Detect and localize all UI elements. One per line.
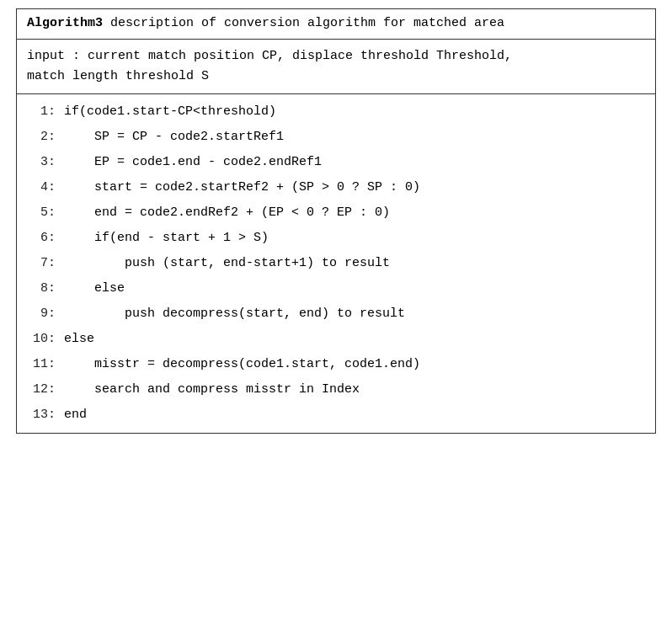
line-number: 3:	[17, 152, 61, 173]
algorithm-body: 1:if(code1.start-CP<threshold)2: SP = CP…	[17, 94, 655, 433]
line-content: push decompress(start, end) to result	[61, 304, 655, 324]
algorithm-title-suffix: description of conversion algorithm for …	[103, 16, 504, 30]
algo-line: 9: push decompress(start, end) to result	[17, 301, 655, 327]
algo-line: 13:end	[17, 402, 655, 428]
line-number: 2:	[17, 127, 61, 147]
algo-line: 8: else	[17, 276, 655, 301]
line-number: 11:	[17, 354, 61, 375]
input-label: input :	[27, 49, 80, 63]
line-content: search and compress misstr in Index	[61, 380, 655, 400]
line-content: end = code2.endRef2 + (EP < 0 ? EP : 0)	[61, 203, 655, 223]
line-number: 4:	[17, 178, 61, 198]
algo-line: 5: end = code2.endRef2 + (EP < 0 ? EP : …	[17, 200, 655, 226]
line-content: if(end - start + 1 > S)	[61, 228, 655, 248]
algo-line: 4: start = code2.startRef2 + (SP > 0 ? S…	[17, 175, 655, 200]
algorithm-input: input : current match position CP, displ…	[17, 40, 655, 94]
algo-line: 3: EP = code1.end - code2.endRef1	[17, 150, 655, 175]
line-number: 12:	[17, 380, 61, 400]
algo-line: 1:if(code1.start-CP<threshold)	[17, 99, 655, 125]
line-number: 13:	[17, 405, 61, 425]
line-content: SP = CP - code2.startRef1	[61, 127, 655, 147]
algorithm-header: Algorithm3 description of conversion alg…	[17, 9, 655, 40]
line-number: 7:	[17, 253, 61, 274]
input-desc-line2: match length threshold S	[27, 69, 209, 83]
line-content: push (start, end-start+1) to result	[61, 253, 655, 274]
algorithm-box: Algorithm3 description of conversion alg…	[16, 8, 656, 434]
line-content: else	[61, 279, 655, 299]
line-content: else	[61, 329, 655, 349]
line-content: EP = code1.end - code2.endRef1	[61, 152, 655, 173]
line-number: 1:	[17, 102, 61, 122]
line-content: end	[61, 405, 655, 425]
algo-line: 10:else	[17, 327, 655, 352]
line-number: 9:	[17, 304, 61, 324]
line-number: 5:	[17, 203, 61, 223]
line-content: misstr = decompress(code1.start, code1.e…	[61, 354, 655, 375]
algo-line: 2: SP = CP - code2.startRef1	[17, 125, 655, 150]
line-content: if(code1.start-CP<threshold)	[61, 102, 655, 122]
algo-line: 12: search and compress misstr in Index	[17, 377, 655, 402]
line-number: 6:	[17, 228, 61, 248]
algo-line: 11: misstr = decompress(code1.start, cod…	[17, 352, 655, 377]
algo-line: 7: push (start, end-start+1) to result	[17, 251, 655, 276]
algorithm-title: Algorithm3	[27, 16, 103, 30]
input-desc-line1: current match position CP, displace thre…	[80, 49, 512, 63]
line-content: start = code2.startRef2 + (SP > 0 ? SP :…	[61, 178, 655, 198]
line-number: 10:	[17, 329, 61, 349]
algo-line: 6: if(end - start + 1 > S)	[17, 226, 655, 251]
line-number: 8:	[17, 279, 61, 299]
